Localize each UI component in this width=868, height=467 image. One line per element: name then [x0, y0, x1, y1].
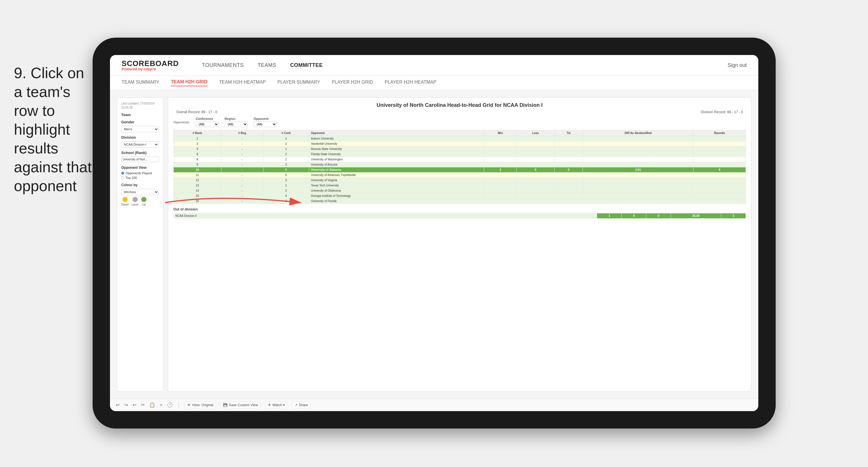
tab-player-h2h-grid[interactable]: PLAYER H2H GRID [332, 80, 373, 86]
colour-by-select[interactable]: Win/loss [121, 189, 159, 195]
ood-row[interactable]: NCAA Division II 1 0 0 26.00 3 [174, 213, 746, 218]
col-rank: # Rank [174, 130, 221, 136]
table-row[interactable]: 10-5University of Alabama3002.618 [174, 167, 746, 173]
gender-select[interactable]: Men's [121, 126, 159, 132]
division-select[interactable]: NCAA Division I [121, 141, 159, 148]
radio-opponents-played[interactable]: Opponents Played [121, 171, 159, 175]
col-diff: Diff Av Strokes/Rnd [583, 130, 693, 136]
ood-diff: 26.00 [671, 213, 721, 218]
sign-in-link[interactable]: Sign out [727, 62, 747, 68]
redo-icon[interactable]: ↪ [124, 402, 128, 408]
share-icon: ↗ [294, 403, 298, 407]
h2h-table: # Rank # Reg # Conf Opponent Win Loss Ti… [174, 130, 746, 204]
tablet-frame: SCOREBOARD Powered by clipp'd TOURNAMENT… [93, 38, 776, 429]
filters-row: Opponents: Conference (All) Region (All) [174, 117, 746, 127]
legend-dot-up [141, 197, 147, 202]
tab-team-h2h-heatmap[interactable]: TEAM H2H HEATMAP [219, 80, 266, 86]
ood-title: Out of division [174, 207, 746, 211]
opponent-view-label: Opponent View [121, 166, 159, 170]
timestamp: Last Updated: 27/03/2024 16:55:38 [121, 101, 159, 110]
nav-committee[interactable]: COMMITTEE [290, 62, 323, 68]
col-rounds: Rounds [693, 130, 746, 136]
radio-top100[interactable]: Top 100 [121, 176, 159, 179]
table-row[interactable]: 14-2University of Oklahoma [174, 188, 746, 194]
region-filter: Region (All) [225, 117, 248, 127]
logo-area: SCOREBOARD Powered by clipp'd [122, 60, 179, 71]
legend-dot-down [122, 197, 128, 202]
ood-rounds: 3 [721, 213, 746, 218]
col-opponent: Opponent [309, 130, 484, 136]
tablet-screen: SCOREBOARD Powered by clipp'd TOURNAMENT… [110, 55, 758, 411]
conference-filter: Conference (All) [196, 117, 219, 127]
sidebar: Last Updated: 27/03/2024 16:55:38 Team G… [117, 97, 163, 391]
region-select[interactable]: (All) [225, 121, 248, 127]
table-row[interactable]: 2-1Auburn University [174, 136, 746, 141]
col-reg: # Reg [221, 130, 263, 136]
overall-record: Overall Record: 89 - 17 - 0 [176, 110, 217, 114]
table-row[interactable]: 12-3University of Virginia [174, 178, 746, 183]
cut-icon[interactable]: ✂ [141, 402, 145, 408]
table-row[interactable]: 11-6University of Arkansas, Fayetteville [174, 173, 746, 178]
opponents-label: Opponents: [174, 120, 190, 124]
add-icon[interactable]: + [160, 403, 162, 408]
col-win: Win [484, 130, 516, 136]
gender-label: Gender [121, 120, 159, 124]
table-row[interactable]: 9-3University of Arizona [174, 162, 746, 167]
colour-by-label: Colour by [121, 183, 159, 187]
table-row[interactable]: 13-1Texas Tech University [174, 183, 746, 188]
back-icon[interactable]: ↩ [132, 402, 136, 408]
tab-player-h2h-heatmap[interactable]: PLAYER H2H HEATMAP [385, 80, 436, 86]
ood-tie: 0 [646, 213, 671, 218]
table-row[interactable]: 8-2University of Washington [174, 157, 746, 162]
out-of-division: Out of division NCAA Division II 1 0 0 2… [174, 207, 746, 218]
eye-icon: 👁 [187, 403, 191, 407]
save-icon: 💾 [223, 403, 227, 407]
share-button[interactable]: ↗ Share [292, 402, 311, 408]
tab-team-summary[interactable]: TEAM SUMMARY [122, 80, 159, 86]
watch-label: Watch ▾ [272, 403, 285, 407]
table-header-row: # Rank # Reg # Conf Opponent Win Loss Ti… [174, 130, 746, 136]
tab-team-h2h-grid[interactable]: TEAM H2H GRID [171, 79, 207, 86]
logo-scoreboard: SCOREBOARD [122, 60, 179, 67]
conference-select[interactable]: (All) [196, 121, 219, 127]
ood-opponent [385, 213, 597, 218]
legend-up: Up [141, 197, 147, 206]
sub-nav: TEAM SUMMARY TEAM H2H GRID TEAM H2H HEAT… [110, 76, 758, 90]
nav-teams[interactable]: TEAMS [257, 62, 276, 68]
undo-icon[interactable]: ↩ [116, 402, 120, 408]
nav-tournaments[interactable]: TOURNAMENTS [202, 62, 244, 68]
table-row[interactable]: 3-2Vanderbilt University [174, 141, 746, 146]
bottom-toolbar: ↩ ↪ ↩ ✂ 📋 + 🕐 👁 View: Original 💾 Save Cu… [110, 399, 758, 411]
team-label: Team [121, 113, 159, 117]
legend: Down Level Up [121, 197, 159, 206]
main-content: Last Updated: 27/03/2024 16:55:38 Team G… [110, 90, 758, 399]
clock-icon[interactable]: 🕐 [167, 402, 173, 408]
grid-area: University of North Carolina Head-to-Hea… [168, 97, 751, 391]
division-label: Division [121, 135, 159, 140]
view-button[interactable]: 👁 View: Original [185, 402, 216, 408]
table-row[interactable]: 15-4Georgia Institute of Technology [174, 194, 746, 199]
instruction-text: 9. Click on a team's row to highlight re… [14, 64, 95, 196]
share-label: Share [299, 403, 308, 407]
table-row[interactable]: 4-1Arizona State University [174, 146, 746, 152]
ood-table: NCAA Division II 1 0 0 26.00 3 [174, 213, 746, 218]
radio-dot-opponents [121, 172, 124, 175]
table-row[interactable]: 16-3University of Florida [174, 199, 746, 204]
ood-win: 1 [597, 213, 622, 218]
grid-title: University of North Carolina Head-to-Hea… [174, 102, 746, 108]
watch-button[interactable]: 👁 Watch ▾ [265, 402, 287, 408]
tab-player-summary[interactable]: PLAYER SUMMARY [277, 80, 320, 86]
save-label: Save Custom View [229, 403, 258, 407]
opponent-select[interactable]: (All) [253, 121, 277, 127]
ood-loss: 0 [622, 213, 646, 218]
paste-icon[interactable]: 📋 [149, 402, 155, 408]
legend-down: Down [121, 197, 129, 206]
nav-bar: SCOREBOARD Powered by clipp'd TOURNAMENT… [110, 55, 758, 76]
radio-group: Opponents Played Top 100 [121, 171, 159, 179]
save-custom-view-button[interactable]: 💾 Save Custom View [221, 402, 260, 408]
col-loss: Loss [517, 130, 555, 136]
table-row[interactable]: 6-2Florida State University [174, 152, 746, 157]
logo-powered: Powered by clipp'd [122, 67, 179, 71]
division-record: Division Record: 88 - 17 - 0 [701, 110, 743, 114]
school-value[interactable]: University of Nort... [121, 157, 159, 162]
